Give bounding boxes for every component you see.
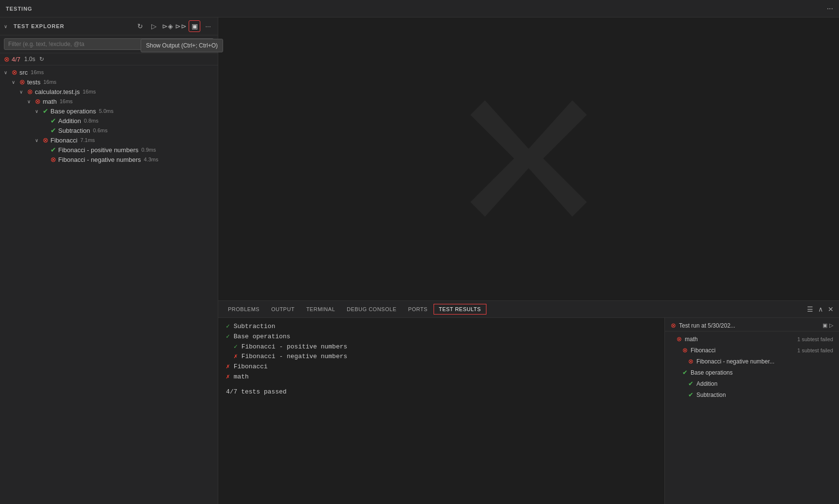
fail-mark: ✗ [226, 363, 234, 370]
panel-actions: ☰ ∧ ✕ [806, 304, 835, 315]
test-run-actions: ▣ ▷ [823, 322, 833, 329]
term-line: ✗ Fibonacci - negative numbers [226, 352, 657, 362]
test-results-panel: ⊗ Test run at 5/30/202... ▣ ▷ ⊗ math 1 s… [664, 318, 839, 504]
term-text: Base operations [234, 333, 290, 340]
more-actions-button[interactable]: ··· [202, 20, 214, 32]
item-name: Addition [58, 117, 81, 125]
run-tests-button[interactable]: ▷ [148, 20, 160, 32]
item-time: 16ms [31, 69, 44, 75]
show-output-button[interactable]: ▣ [189, 20, 200, 32]
pass-icon: ✔ [688, 380, 694, 387]
filter-output-button[interactable]: ☰ [806, 304, 815, 315]
test-status-count: 4/7 [12, 56, 20, 63]
test-explorer-title: TEST EXPLORER [14, 23, 132, 29]
pass-icon: ✔ [50, 126, 56, 134]
run-again-button[interactable]: ▷ [829, 322, 833, 329]
item-time: 16ms [43, 79, 56, 85]
tree-item-fib-negative[interactable]: ∨ ⊗ Fibonacci - negative numbers 4.3ms [0, 155, 218, 164]
fail-mark: ✗ [234, 353, 242, 360]
editor-area [218, 17, 839, 300]
item-label: Fibonacci - negative number... [696, 358, 833, 365]
tr-item-fibonacci[interactable]: ⊗ Fibonacci 1 subtest failed [665, 345, 839, 356]
fail-mark: ✗ [226, 373, 234, 380]
pass-mark: ✓ [226, 333, 234, 340]
top-bar: TESTING ··· [0, 0, 839, 17]
item-name: Fibonacci - positive numbers [58, 146, 138, 154]
bottom-content: ✓ Subtraction ✓ Base operations ✓ Fibona… [218, 318, 839, 504]
fail-icon: ⊗ [682, 346, 688, 354]
item-sub: 1 subtest failed [797, 347, 833, 353]
term-line: ✗ math [226, 372, 657, 382]
test-run-label: Test run at 5/30/202... [679, 322, 823, 329]
collapse-chevron-icon: ∨ [4, 24, 10, 29]
item-name: Subtraction [58, 127, 90, 134]
tree-item-tests[interactable]: ∨ ⊗ tests 16ms [0, 77, 218, 87]
tree-item-base-operations[interactable]: ∨ ✔ Base operations 5.0ms [0, 106, 218, 116]
item-time: 0.8ms [84, 118, 98, 124]
refresh-tests-button[interactable]: ↻ [134, 20, 146, 32]
close-panel-button[interactable]: ✕ [826, 304, 835, 315]
debug-tests-button[interactable]: ⊳⊳ [175, 20, 187, 32]
term-line: ✓ Base operations [226, 332, 657, 342]
item-time: 0.6ms [93, 127, 108, 133]
fail-icon: ⊗ [19, 78, 25, 86]
chevron-icon: ∨ [35, 138, 41, 143]
fail-icon: ⊗ [671, 322, 676, 329]
tree-item-fibonacci[interactable]: ∨ ⊗ Fibonacci 7.1ms [0, 135, 218, 145]
run-with-coverage-button[interactable]: ⊳◈ [161, 20, 173, 32]
item-label: Subtraction [696, 392, 833, 398]
terminal-output: ✓ Subtraction ✓ Base operations ✓ Fibona… [218, 318, 664, 504]
item-time: 16ms [83, 89, 96, 94]
tab-terminal[interactable]: TERMINAL [300, 303, 341, 315]
fail-icon: ⊗ [688, 358, 694, 365]
item-name: calculator.test.js [35, 88, 80, 95]
panel-tabs: PROBLEMS OUTPUT TERMINAL DEBUG CONSOLE P… [218, 301, 839, 318]
item-time: 5.0ms [99, 108, 113, 114]
tab-output[interactable]: OUTPUT [265, 303, 300, 315]
term-line: ✓ Subtraction [226, 322, 657, 332]
item-label: Fibonacci [691, 347, 795, 354]
test-explorer-header: ∨ TEST EXPLORER ↻ ▷ ⊳◈ ⊳⊳ ▣ ··· [0, 17, 218, 35]
term-line: ✓ Fibonacci - positive numbers [226, 342, 657, 352]
more-options-icon[interactable]: ··· [827, 4, 833, 13]
right-panel: PROBLEMS OUTPUT TERMINAL DEBUG CONSOLE P… [218, 17, 839, 504]
tr-item-math[interactable]: ⊗ math 1 subtest failed [665, 333, 839, 345]
tab-problems[interactable]: PROBLEMS [222, 303, 265, 315]
pass-mark: ✓ [226, 323, 234, 330]
item-name: math [43, 98, 57, 105]
item-sub: 1 subtest failed [797, 336, 833, 342]
fail-icon: ⊗ [27, 88, 33, 95]
tr-item-fib-negative[interactable]: ⊗ Fibonacci - negative number... [665, 356, 839, 367]
fail-icon: ⊗ [43, 136, 48, 144]
fail-icon: ⊗ [35, 97, 41, 105]
tr-item-base-ops[interactable]: ✔ Base operations [665, 367, 839, 378]
term-text: math [234, 373, 249, 380]
tree-item-src[interactable]: ∨ ⊗ src 16ms [0, 67, 218, 77]
pass-icon: ✔ [688, 391, 694, 398]
tree-item-math[interactable]: ∨ ⊗ math 16ms [0, 96, 218, 106]
tree-item-calculator[interactable]: ∨ ⊗ calculator.test.js 16ms [0, 87, 218, 96]
term-text: Fibonacci - negative numbers [242, 353, 347, 360]
test-run-header: ⊗ Test run at 5/30/202... ▣ ▷ [665, 320, 839, 331]
item-time: 16ms [60, 98, 73, 104]
tab-ports[interactable]: PORTS [402, 303, 433, 315]
tr-item-subtraction[interactable]: ✔ Subtraction [665, 389, 839, 400]
item-label: Addition [696, 380, 833, 387]
tr-item-addition[interactable]: ✔ Addition [665, 378, 839, 389]
term-text: Fibonacci - positive numbers [242, 343, 347, 350]
show-in-terminal-button[interactable]: ▣ [823, 322, 827, 329]
vscode-logo [456, 86, 601, 233]
tree-item-fib-positive[interactable]: ∨ ✔ Fibonacci - positive numbers 0.9ms [0, 145, 218, 155]
collapse-panel-button[interactable]: ∧ [817, 304, 824, 315]
item-time: 7.1ms [81, 137, 95, 143]
tree-item-subtraction[interactable]: ∨ ✔ Subtraction 0.6ms [0, 126, 218, 135]
chevron-icon: ∨ [4, 70, 10, 75]
tree-item-addition[interactable]: ∨ ✔ Addition 0.8ms [0, 116, 218, 126]
pass-icon: ✔ [43, 107, 48, 115]
pass-icon: ✔ [682, 369, 688, 376]
status-refresh-icon[interactable]: ↻ [39, 56, 44, 63]
chevron-icon: ∨ [35, 109, 41, 114]
tab-debug-console[interactable]: DEBUG CONSOLE [341, 303, 402, 315]
fail-icon: ⊗ [50, 156, 56, 163]
tab-test-results[interactable]: TEST RESULTS [434, 304, 486, 315]
